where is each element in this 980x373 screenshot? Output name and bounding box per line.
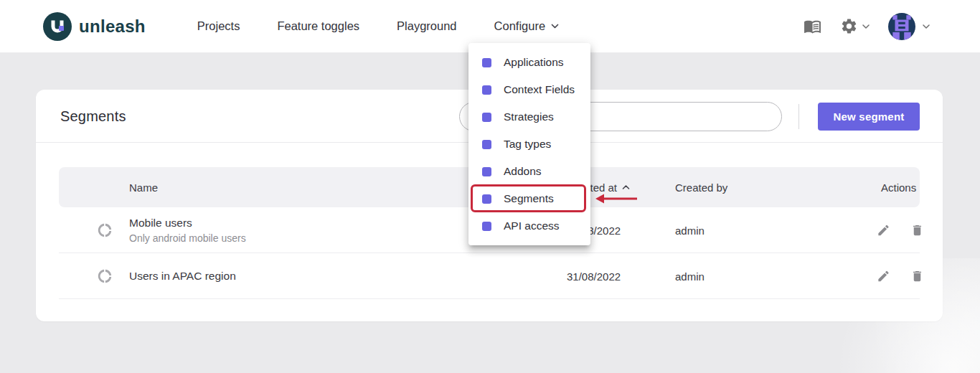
trash-delete-icon[interactable] [910, 223, 924, 237]
purple-square-bullet-icon [482, 167, 491, 176]
header-divider [798, 104, 799, 129]
column-header-created-by[interactable]: Created by [675, 181, 727, 194]
main-nav: Projects Feature toggles Playground Conf… [197, 19, 559, 33]
row-actions [877, 269, 924, 283]
segment-name-cell[interactable]: Mobile users Only android mobile users [129, 217, 246, 244]
menu-item-label: Tag types [504, 138, 551, 151]
nav-item-feature-toggles[interactable]: Feature toggles [277, 19, 359, 33]
avatar [888, 13, 915, 40]
user-profile-button[interactable] [888, 13, 930, 40]
pencil-edit-icon[interactable] [877, 269, 890, 283]
segment-description: Only android mobile users [129, 232, 246, 244]
menu-item-label: Segments [504, 192, 554, 205]
table-row: Users in APAC region 31/08/2022 admin [59, 253, 920, 299]
created-at-value: 31/08/2022 [567, 270, 621, 282]
menu-item-applications[interactable]: Applications [468, 49, 590, 76]
menu-item-label: Applications [504, 56, 564, 69]
donut-segments-icon [97, 222, 113, 238]
purple-square-bullet-icon [482, 194, 491, 204]
menu-item-api-access[interactable]: API access [468, 212, 590, 240]
page-title: Segments [60, 108, 126, 124]
menu-item-addons[interactable]: Addons [468, 158, 590, 185]
segment-name-cell[interactable]: Users in APAC region [129, 270, 236, 283]
nav-item-configure[interactable]: Configure [494, 19, 560, 33]
configure-label: Configure [494, 19, 546, 33]
menu-item-context-fields[interactable]: Context Fields [468, 76, 590, 103]
brand-name: unleash [79, 16, 146, 37]
column-header-name[interactable]: Name [129, 181, 158, 194]
purple-square-bullet-icon [482, 58, 491, 67]
purple-square-bullet-icon [482, 222, 491, 231]
purple-square-bullet-icon [482, 85, 491, 95]
unleash-logo[interactable]: unleash [43, 12, 146, 41]
documentation-book-icon[interactable] [804, 17, 821, 35]
menu-item-segments[interactable]: Segments [468, 185, 590, 212]
settings-menu-button[interactable] [840, 17, 870, 35]
menu-item-label: Strategies [504, 110, 554, 123]
nav-right-icons [804, 13, 930, 40]
pencil-edit-icon[interactable] [877, 223, 890, 237]
menu-item-tag-types[interactable]: Tag types [468, 131, 590, 158]
segment-name: Users in APAC region [129, 270, 236, 283]
chevron-down-icon [551, 24, 559, 29]
segment-name: Mobile users [129, 217, 246, 230]
menu-item-label: API access [504, 219, 560, 232]
trash-delete-icon[interactable] [910, 269, 924, 283]
configure-dropdown-menu: Applications Context Fields Strategies T… [468, 43, 590, 245]
donut-segments-icon [97, 268, 113, 284]
row-actions [877, 223, 924, 237]
nav-item-playground[interactable]: Playground [397, 19, 456, 33]
gear-icon [840, 17, 858, 35]
chevron-down-icon [862, 24, 870, 29]
menu-item-label: Context Fields [504, 83, 575, 96]
nav-item-projects[interactable]: Projects [197, 19, 240, 33]
created-by-value: admin [675, 270, 705, 282]
menu-item-label: Addons [504, 165, 542, 178]
created-by-value: admin [675, 224, 705, 236]
purple-square-bullet-icon [482, 113, 491, 122]
sort-ascending-icon [622, 185, 630, 190]
menu-item-strategies[interactable]: Strategies [468, 103, 590, 131]
column-header-actions: Actions [881, 181, 916, 194]
purple-square-bullet-icon [482, 140, 491, 149]
chevron-down-icon [923, 24, 930, 29]
unleash-logo-icon [43, 12, 72, 41]
new-segment-button[interactable]: New segment [818, 103, 920, 131]
